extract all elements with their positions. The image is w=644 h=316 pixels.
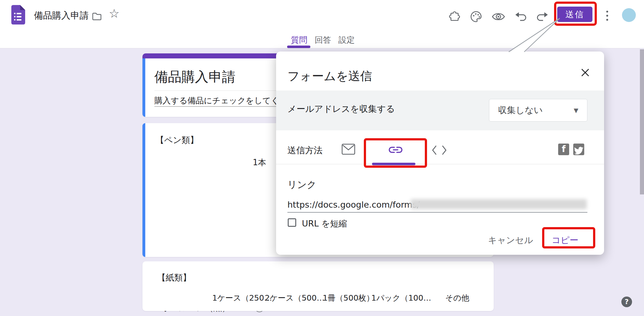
tab-questions[interactable]: 質問	[291, 35, 307, 46]
annotation-box-copy	[542, 227, 595, 248]
collect-email-label: メールアドレスを収集する	[287, 103, 395, 115]
help-icon[interactable]: ?	[621, 297, 632, 307]
shorten-url-checkbox[interactable]	[288, 218, 296, 227]
dropdown-caret-icon: ▼	[574, 99, 578, 121]
add-ons-icon[interactable]	[448, 10, 461, 23]
send-method-label: 送信方法	[287, 144, 323, 156]
annotation-callout-pointer	[502, 16, 564, 54]
grid-column-header: 1ケース（250…	[212, 293, 272, 303]
grid-column-header: 1本	[250, 157, 269, 168]
move-folder-icon[interactable]	[92, 12, 102, 22]
share-facebook-icon[interactable]: f	[558, 144, 569, 155]
account-avatar[interactable]	[622, 8, 636, 22]
tab-responses[interactable]: 回答	[315, 35, 331, 46]
share-twitter-icon[interactable]	[573, 144, 584, 155]
question-title[interactable]: 【紙類】	[157, 272, 191, 283]
embed-html-icon[interactable]	[431, 144, 447, 157]
divider	[276, 164, 604, 164]
grid-column-header: その他	[445, 293, 469, 303]
form-url[interactable]: https://docs.google.com/forms/	[287, 200, 420, 210]
tab-settings[interactable]: 設定	[338, 35, 355, 46]
grid-column-header: 2ケース（500…	[265, 293, 325, 303]
dropdown-value: 収集しない	[498, 99, 543, 121]
selected-card-indicator	[142, 58, 145, 117]
dialog-title: フォームを送信	[287, 68, 372, 84]
customize-theme-icon[interactable]	[470, 10, 482, 23]
link-section-label: リンク	[287, 178, 316, 191]
send-form-dialog: フォームを送信 メールアドレスを収集する 収集しない ▼ 送信方法	[276, 52, 604, 255]
redacted-url-blur	[411, 199, 587, 209]
annotation-box-link-tab	[364, 138, 427, 168]
question-title[interactable]: 【ペン類】	[156, 134, 198, 146]
grid-column-header: 1パック（100…	[371, 293, 431, 303]
close-icon[interactable]	[580, 68, 590, 79]
star-icon[interactable]: ☆	[109, 8, 119, 19]
selected-card-indicator	[142, 123, 145, 257]
vertical-scrollbar[interactable]	[640, 49, 644, 194]
grid-column-header: 1冊（500枚）	[323, 293, 374, 303]
more-options-icon[interactable]	[606, 9, 609, 24]
active-tab-underline	[287, 46, 310, 48]
google-forms-editor: 備品購入申請 ☆	[0, 0, 644, 316]
shorten-url-label: URL を短縮	[302, 218, 347, 229]
cancel-button[interactable]: キャンセル	[488, 234, 533, 246]
google-forms-logo-icon[interactable]	[11, 5, 25, 25]
form-title[interactable]: 備品購入申請	[154, 68, 236, 86]
document-title[interactable]: 備品購入申請	[34, 9, 89, 22]
send-via-email-icon[interactable]	[341, 144, 355, 156]
question-card-paper[interactable]: 【紙類】 1ケース（250… 2ケース（500… 1冊（500枚） 1パック（1…	[142, 261, 494, 311]
collect-email-dropdown[interactable]: 収集しない ▼	[489, 99, 587, 122]
url-field-underline	[287, 212, 587, 213]
